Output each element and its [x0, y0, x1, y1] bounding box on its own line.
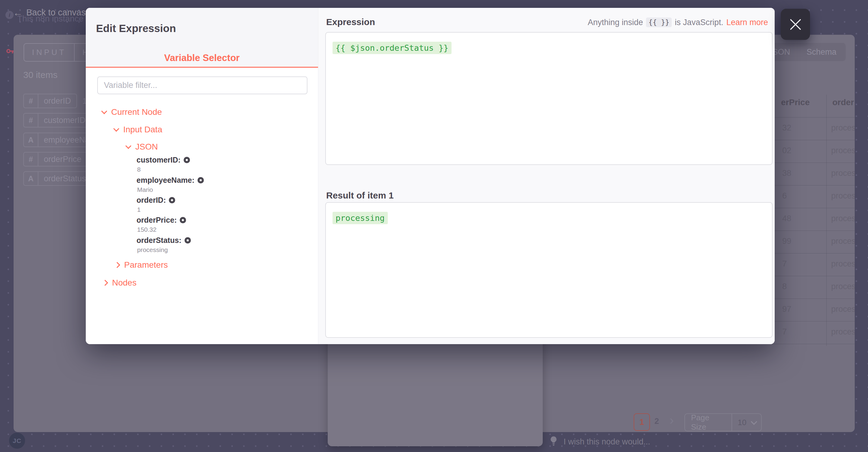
- table-cell-price: 8: [782, 282, 787, 291]
- tab-input[interactable]: INPUT: [24, 44, 74, 61]
- table-cell-status: proces: [831, 123, 855, 133]
- braces-code-chip: {{ }}: [646, 18, 672, 27]
- table-cell-status: proces: [831, 259, 855, 269]
- chevron-down-icon: [101, 108, 107, 114]
- expression-hint: Anything inside {{ }} is JavaScript. Lea…: [588, 18, 768, 27]
- expression-header: Expression: [326, 17, 375, 27]
- variable-value: 1: [137, 206, 141, 213]
- variable-employeename[interactable]: employeeName:: [136, 176, 204, 185]
- table-cell-status: proces: [831, 327, 855, 337]
- page-size-value[interactable]: 10: [732, 414, 752, 431]
- table-cell-price: 02: [782, 146, 791, 155]
- column-header-orderstatus: order: [832, 98, 854, 107]
- tree-item-input-data[interactable]: Input Data: [114, 125, 162, 134]
- table-cell-status: proces: [831, 146, 855, 155]
- table-cell-price: 99: [782, 237, 791, 246]
- table-cell-status: proces: [831, 237, 855, 246]
- pagination-page-1[interactable]: 1: [633, 413, 650, 431]
- table-cell-price: 7: [782, 327, 787, 337]
- back-to-canvas-link[interactable]: ← Back to canvas: [13, 7, 86, 18]
- back-to-canvas-label: Back to canvas: [26, 7, 86, 18]
- chevron-down-icon: [125, 143, 131, 149]
- variable-customerid[interactable]: customerID:: [136, 156, 190, 164]
- variable-filter-input[interactable]: [97, 77, 307, 94]
- table-cell-price: 7: [782, 259, 787, 269]
- table-cell-price: 6: [782, 191, 787, 201]
- tree-item-nodes[interactable]: Nodes: [103, 278, 136, 288]
- table-cell-status: proces: [831, 305, 855, 314]
- variable-selector-panel: Edit Expression Variable Selector Curren…: [86, 8, 318, 344]
- variable-value: Mario: [137, 186, 153, 193]
- tree-item-json[interactable]: JSON: [126, 142, 158, 152]
- modal-title: Edit Expression: [96, 22, 176, 34]
- drag-variable-icon[interactable]: [169, 197, 175, 203]
- variable-orderid[interactable]: orderID:: [136, 196, 175, 205]
- avatar[interactable]: JC: [9, 433, 25, 449]
- table-cell-price: 48: [782, 214, 791, 223]
- node-feedback[interactable]: I wish this node would...: [549, 436, 650, 448]
- chevron-down-icon: [113, 126, 119, 132]
- variable-value: 8: [137, 166, 141, 173]
- column-header-orderprice: erPrice: [781, 98, 810, 107]
- tree-item-current-node[interactable]: Current Node: [102, 107, 162, 117]
- drag-variable-icon[interactable]: [197, 177, 204, 183]
- feedback-placeholder[interactable]: I wish this node would...: [564, 437, 650, 447]
- number-type-icon: #: [24, 94, 38, 108]
- table-cell-status: proces: [831, 169, 855, 178]
- pagination-next-icon[interactable]: ›: [670, 413, 674, 427]
- table-cell-price: 97: [782, 305, 791, 314]
- table-cell-price: 32: [782, 123, 791, 133]
- back-arrow-icon: ←: [13, 8, 23, 18]
- expression-panel: Expression Anything inside {{ }} is Java…: [318, 8, 775, 344]
- variable-value: 150.32: [137, 226, 156, 233]
- schema-row[interactable]: #orderPrice: [23, 152, 93, 166]
- input-items-count: 30 items: [23, 70, 57, 80]
- drag-variable-icon[interactable]: [185, 237, 191, 243]
- chevron-right-icon: [102, 280, 108, 286]
- close-button[interactable]: [781, 9, 810, 40]
- expression-code[interactable]: {{ $json.orderStatus }}: [333, 42, 452, 54]
- result-value: processing: [333, 212, 388, 224]
- tab-variable-selector[interactable]: Variable Selector: [86, 53, 318, 63]
- tab-schema[interactable]: Schema: [797, 48, 846, 57]
- column-divider: [826, 95, 827, 346]
- expression-editor[interactable]: {{ $json.orderStatus }}: [325, 32, 773, 165]
- table-cell-status: proces: [831, 214, 855, 223]
- table-cell-status: proces: [831, 282, 855, 291]
- page-size-label: Page Size: [685, 414, 732, 431]
- schema-row[interactable]: #orderID 1: [23, 94, 87, 108]
- number-type-icon: #: [24, 114, 38, 127]
- variable-value: processing: [137, 246, 168, 253]
- info-icon: i: [5, 11, 13, 19]
- table-cell-price: 38: [782, 169, 791, 178]
- tree-item-parameters[interactable]: Parameters: [115, 260, 168, 270]
- chevron-right-icon: [114, 262, 120, 268]
- edit-expression-modal: Edit Expression Variable Selector Curren…: [86, 8, 775, 344]
- variable-orderstatus[interactable]: orderStatus:: [136, 236, 191, 245]
- variable-orderprice[interactable]: orderPrice:: [136, 216, 186, 224]
- number-type-icon: #: [24, 153, 38, 166]
- drag-variable-icon[interactable]: [184, 157, 190, 163]
- drag-variable-icon[interactable]: [180, 217, 186, 223]
- tab-underline: [86, 67, 318, 68]
- close-icon: [788, 18, 803, 31]
- page-size-select[interactable]: Page Size 10: [684, 413, 762, 431]
- learn-more-link[interactable]: Learn more: [726, 18, 768, 27]
- table-cell-status: proces: [831, 191, 855, 201]
- string-type-icon: A: [24, 172, 38, 185]
- lightbulb-icon: [549, 436, 558, 448]
- result-header: Result of item 1: [326, 190, 394, 201]
- pagination-page-2[interactable]: 2: [654, 417, 659, 426]
- string-type-icon: A: [24, 133, 38, 147]
- expression-result: processing: [325, 202, 773, 338]
